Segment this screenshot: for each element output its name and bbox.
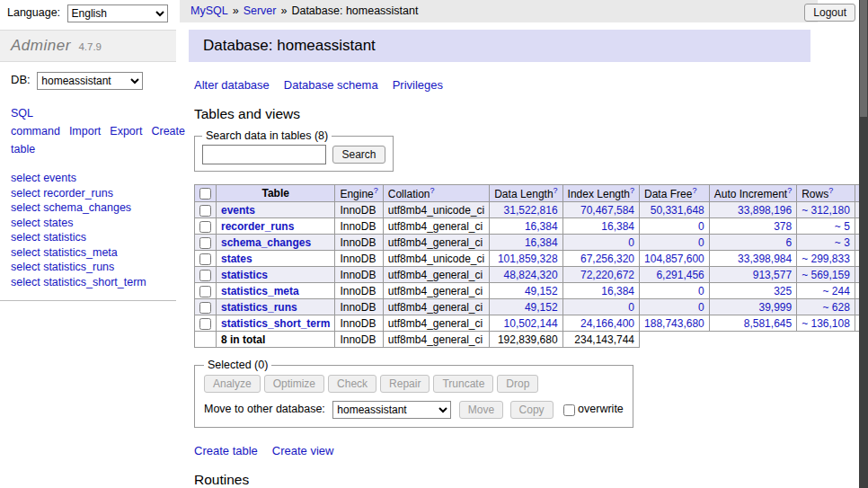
data-length-link[interactable]: 10,502,144 (504, 317, 558, 330)
auto-increment-link[interactable]: 378 (774, 220, 792, 233)
sidebar-item-select-recorder-runs[interactable]: select recorder_runs (11, 186, 165, 201)
table-name-link[interactable]: statistics_meta (221, 285, 299, 297)
row-checkbox[interactable] (199, 318, 211, 330)
bulk-optimize-button[interactable]: Optimize (264, 375, 324, 393)
logout-button[interactable]: Logout (804, 4, 855, 22)
sidebar-item-select-statistics-short-term[interactable]: select statistics_short_term (11, 275, 165, 290)
column-help-link[interactable]: ? (828, 186, 833, 195)
row-checkbox[interactable] (199, 205, 211, 217)
sidebar-item-select-statistics-meta[interactable]: select statistics_meta (11, 245, 165, 261)
data-length-link[interactable]: 48,824,320 (504, 269, 558, 281)
column-help-link[interactable]: ? (430, 186, 434, 195)
search-input[interactable] (202, 145, 326, 164)
data-length-link[interactable]: 49,152 (525, 285, 558, 297)
link-create-view[interactable]: Create view (272, 444, 334, 457)
column-help-link[interactable]: ? (692, 186, 696, 195)
auto-increment-link[interactable]: 913,577 (753, 269, 792, 281)
rows-link[interactable]: ~ 299,833 (802, 253, 850, 265)
rows-link[interactable]: ~ 312,180 (802, 204, 850, 217)
rows-link[interactable]: ~ 569,159 (802, 269, 850, 281)
row-checkbox[interactable] (199, 237, 211, 249)
data-free-link[interactable]: 0 (698, 301, 704, 314)
data-free-link[interactable]: 0 (698, 236, 704, 249)
column-help-link[interactable]: ? (374, 186, 378, 195)
row-checkbox[interactable] (199, 302, 211, 314)
bulk-analyze-button[interactable]: Analyze (204, 375, 261, 393)
rows-link[interactable]: ~ 628 (823, 301, 850, 314)
sidebar-link-export[interactable]: Export (110, 125, 142, 138)
data-free-link[interactable]: 188,743,680 (644, 317, 704, 330)
column-help-link[interactable]: ? (554, 186, 558, 195)
data-free-link[interactable]: 6,291,456 (656, 269, 704, 281)
index-length-link[interactable]: 72,220,672 (580, 269, 634, 281)
data-length-link[interactable]: 49,152 (525, 301, 558, 314)
bulk-check-button[interactable]: Check (328, 375, 376, 393)
sidebar-link-sql-command[interactable]: SQL command (11, 107, 60, 138)
table-name-link[interactable]: recorder_runs (221, 220, 294, 233)
index-length-link[interactable]: 16,384 (601, 220, 634, 233)
scrollbar-thumb[interactable] (860, 0, 867, 117)
sidebar-item-select-statistics[interactable]: select statistics (11, 230, 165, 245)
row-checkbox[interactable] (199, 286, 211, 297)
sidebar-link-import[interactable]: Import (69, 125, 101, 138)
data-length-link[interactable]: 31,522,816 (504, 204, 558, 217)
index-length-link[interactable]: 70,467,584 (580, 204, 634, 217)
auto-increment-link[interactable]: 33,898,196 (738, 204, 792, 217)
language-select[interactable]: English (67, 4, 168, 22)
auto-increment-link[interactable]: 39,999 (758, 301, 792, 314)
move-button[interactable]: Move (459, 401, 503, 419)
move-db-select[interactable]: homeassistant (332, 401, 451, 419)
rows-link[interactable]: ~ 136,108 (802, 317, 850, 330)
column-help-link[interactable]: ? (787, 186, 792, 195)
rows-link[interactable]: ~ 3 (835, 236, 850, 249)
breadcrumb-link-mysql[interactable]: MySQL (190, 4, 228, 17)
adminer-logo[interactable]: Adminer (11, 37, 71, 54)
index-length-link[interactable]: 24,166,400 (580, 317, 634, 330)
action-alter-database[interactable]: Alter database (194, 78, 270, 92)
sidebar-item-select-events[interactable]: select events (11, 171, 165, 186)
rows-link[interactable]: ~ 244 (823, 285, 850, 297)
data-free-link[interactable]: 0 (698, 220, 704, 233)
action-privileges[interactable]: Privileges (393, 78, 443, 92)
bulk-drop-button[interactable]: Drop (497, 375, 538, 393)
auto-increment-link[interactable]: 8,581,645 (744, 317, 792, 330)
select-all-checkbox[interactable] (199, 188, 211, 200)
index-length-link[interactable]: 67,256,320 (580, 253, 634, 265)
data-length-link[interactable]: 16,384 (525, 236, 558, 249)
db-select[interactable]: homeassistant (37, 72, 143, 90)
table-name-link[interactable]: events (221, 204, 255, 217)
scrollbar[interactable] (859, 0, 868, 488)
row-checkbox[interactable] (199, 221, 211, 233)
auto-increment-link[interactable]: 33,398,984 (738, 253, 792, 265)
data-free-link[interactable]: 50,331,648 (651, 204, 704, 217)
action-database-schema[interactable]: Database schema (284, 78, 378, 92)
data-length-link[interactable]: 101,859,328 (498, 253, 558, 265)
search-button[interactable]: Search (332, 146, 385, 164)
sidebar-item-select-schema-changes[interactable]: select schema_changes (11, 200, 165, 216)
data-free-link[interactable]: 104,857,600 (644, 253, 704, 265)
table-name-link[interactable]: statistics_short_term (221, 317, 330, 330)
index-length-link[interactable]: 0 (628, 236, 634, 249)
bulk-repair-button[interactable]: Repair (380, 375, 430, 393)
breadcrumb-link-server[interactable]: Server (244, 4, 277, 17)
table-name-link[interactable]: statistics_runs (221, 301, 297, 314)
row-checkbox[interactable] (199, 270, 211, 281)
row-checkbox[interactable] (199, 253, 211, 265)
index-length-link[interactable]: 0 (628, 301, 634, 314)
table-name-link[interactable]: statistics (221, 269, 268, 281)
rows-link[interactable]: ~ 5 (835, 220, 850, 233)
data-length-link[interactable]: 16,384 (525, 220, 558, 233)
link-create-table[interactable]: Create table (194, 444, 258, 457)
column-help-link[interactable]: ? (630, 186, 634, 195)
auto-increment-link[interactable]: 325 (774, 285, 792, 297)
table-name-link[interactable]: schema_changes (221, 236, 311, 249)
sidebar-item-select-states[interactable]: select states (11, 216, 165, 231)
data-free-link[interactable]: 0 (698, 285, 704, 297)
copy-button[interactable]: Copy (510, 401, 554, 419)
table-name-link[interactable]: states (221, 253, 252, 265)
sidebar-item-select-statistics-runs[interactable]: select statistics_runs (11, 260, 165, 275)
overwrite-checkbox[interactable] (563, 404, 575, 416)
bulk-truncate-button[interactable]: Truncate (433, 375, 493, 393)
index-length-link[interactable]: 16,384 (601, 285, 634, 297)
auto-increment-link[interactable]: 6 (785, 236, 792, 249)
